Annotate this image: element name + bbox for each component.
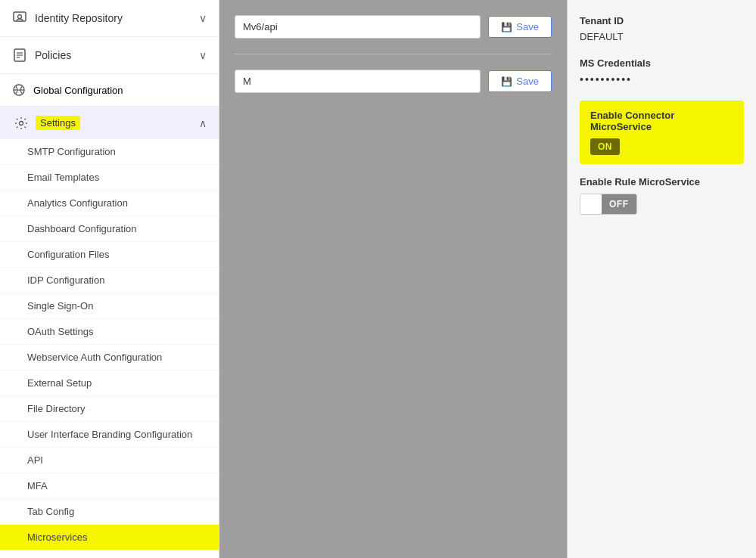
sidebar-item-identity-repository[interactable]: Identity Repository ∨ [0,0,219,37]
submenu-oauth-settings[interactable]: OAuth Settings [0,319,219,345]
submenu-microservices[interactable]: Microservices [0,525,219,550]
settings-gear-icon [14,116,28,130]
settings-submenu: SMTP Configuration Email Templates Analy… [0,139,219,550]
sidebar-item-global-configuration[interactable]: Global Configuration [0,74,219,107]
ms-credentials-label: MS Credentials [580,57,744,69]
submenu-analytics-configuration[interactable]: Analytics Configuration [0,191,219,216]
settings-chevron: ∧ [199,117,207,129]
save-icon-1: 💾 [501,22,512,33]
policies-chevron: ∨ [199,49,207,61]
svg-point-1 [18,15,22,19]
url-input-row: 💾 Save [235,15,552,39]
submenu-webservice-auth[interactable]: Webservice Auth Configuration [0,345,219,370]
enable-connector-label: Enable Connector MicroService [590,110,733,132]
ms-credentials-section: MS Credentials •••••••••• [580,57,744,85]
submenu-idp-configuration[interactable]: IDP Configuration [0,268,219,293]
svg-point-8 [20,121,23,125]
toggle-off-left [580,194,602,214]
password-input-row: 💾 Save [235,70,552,93]
policies-icon [12,48,27,63]
submenu-smtp-configuration[interactable]: SMTP Configuration [0,139,219,165]
submenu-email-templates[interactable]: Email Templates [0,165,219,191]
submenu-mfa[interactable]: MFA [0,473,219,499]
submenu-tab-config[interactable]: Tab Config [0,499,219,525]
rule-microservice-label: Enable Rule MicroService [580,176,744,188]
tenant-id-section: Tenant ID DEFAULT [580,15,744,42]
save-icon-2: 💾 [501,76,512,87]
rule-microservice-section: Enable Rule MicroService OFF [580,176,744,215]
identity-repository-label: Identity Repository [35,12,123,24]
tenant-id-value: DEFAULT [580,31,744,42]
connector-toggle-on-button[interactable]: ON [590,138,620,155]
sidebar-item-policies[interactable]: Policies ∨ [0,37,219,74]
settings-label: Settings [36,116,80,130]
save-label-1: Save [516,21,539,33]
submenu-ui-branding[interactable]: User Interface Branding Configuration [0,422,219,448]
global-config-icon [12,83,26,97]
main-content: 💾 Save 💾 Save Tenant ID DEFAULT MS Crede… [219,0,756,558]
ms-credentials-value: •••••••••• [580,73,744,85]
url-input[interactable] [235,15,481,39]
submenu-external-setup[interactable]: External Setup [0,370,219,396]
enable-connector-box: Enable Connector MicroService ON [580,101,744,164]
rule-toggle-off-label: OFF [602,194,636,214]
submenu-configuration-files[interactable]: Configuration Files [0,242,219,268]
svg-rect-0 [14,12,26,21]
right-panel: Tenant ID DEFAULT MS Credentials •••••••… [567,0,756,558]
sidebar-item-settings[interactable]: Settings ∧ [0,107,219,139]
submenu-dashboard-configuration[interactable]: Dashboard Configuration [0,216,219,242]
global-configuration-label: Global Configuration [33,85,123,96]
policies-label: Policies [35,49,71,61]
identity-repository-icon [12,11,27,26]
password-input[interactable] [235,70,481,93]
divider [235,54,552,54]
tenant-id-label: Tenant ID [580,15,744,26]
center-area: 💾 Save 💾 Save [219,0,567,123]
save-label-2: Save [516,76,539,87]
submenu-api[interactable]: API [0,448,219,473]
submenu-single-sign-on[interactable]: Single Sign-On [0,293,219,319]
rule-toggle-container[interactable]: OFF [580,194,637,215]
submenu-file-directory[interactable]: File Directory [0,396,219,422]
sidebar: Identity Repository ∨ Policies ∨ [0,0,219,558]
save-button-1[interactable]: 💾 Save [488,16,552,38]
save-button-2[interactable]: 💾 Save [488,70,552,92]
identity-repository-chevron: ∨ [199,12,207,24]
